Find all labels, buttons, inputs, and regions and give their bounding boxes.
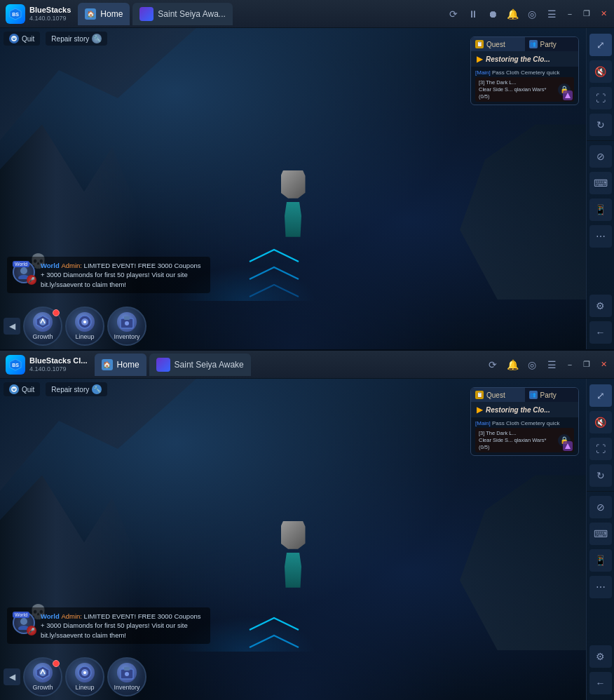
tab-home-2[interactable]: 🏠 Home (95, 354, 146, 376)
sync-btn-1[interactable]: ⟳ (447, 8, 460, 20)
tab-game-1[interactable]: Saint Seiya Awa... (132, 3, 233, 25)
quit-icon-2 (9, 384, 19, 394)
rotate-btn-1[interactable]: ↻ (589, 114, 612, 136)
quest-arrow-1: ▶ (477, 54, 483, 64)
party-tab-1[interactable]: 👥 Party (525, 37, 579, 51)
game-scene-2: 💀 (0, 379, 586, 700)
quest-tab-2[interactable]: 📋 Quest (471, 388, 525, 402)
block-btn-2[interactable]: ⊘ (589, 496, 612, 518)
svg-text:BS: BS (12, 363, 19, 368)
quest-body-1: [Main] Pass Cloth Cemetery quick [3] The… (471, 67, 578, 105)
quest-xp-2 (563, 441, 573, 451)
quit-icon-1 (9, 34, 19, 43)
action-left-btn-1[interactable]: ◀ (4, 318, 20, 335)
lineup-button-1[interactable]: Lineup (65, 307, 104, 346)
chat-area-1: 🎤 World World Admin: LIMITED EVENT! FREE… (7, 257, 210, 293)
repair-icon-2: 🔧 (92, 384, 102, 394)
minimize-btn-2[interactable]: − (565, 360, 575, 370)
hamburger-btn-1[interactable]: ☰ (545, 8, 558, 20)
bell-btn-2[interactable]: 🔔 (506, 358, 519, 371)
inventory-icon-2 (117, 663, 137, 682)
keyboard-btn-2[interactable]: ⌨ (589, 523, 612, 545)
direction-arrows-1 (246, 248, 302, 298)
title-bar-2: BS BlueStacks Cl... 4.140.0.1079 🏠 Home … (0, 351, 614, 379)
inventory-button-1[interactable]: Inventory (107, 307, 146, 346)
gear-btn-2[interactable]: ⚙ (589, 645, 612, 668)
char-body-2 (282, 553, 303, 588)
bluestacks-logo-1: BS (6, 4, 25, 24)
svg-text:BS: BS (12, 12, 19, 17)
restore-btn-2[interactable]: ❐ (582, 360, 592, 370)
svg-point-14 (125, 321, 129, 325)
growth-icon-1 (33, 312, 53, 332)
svg-marker-19 (565, 443, 571, 449)
tab-game-2[interactable]: Saint Seiya Awake (149, 354, 251, 376)
gear-btn-1[interactable]: ⚙ (589, 295, 612, 317)
fullscreen-btn-1[interactable]: ⛶ (589, 87, 612, 109)
camera-btn-2[interactable]: ◎ (526, 358, 538, 371)
phone-btn-1[interactable]: 📱 (589, 198, 612, 221)
pause-btn-1[interactable]: ⏸ (467, 8, 479, 20)
sound-btn-2[interactable]: 🔇 (589, 411, 612, 433)
top-toolbar-2: Quit Repair story 🔧 (4, 382, 107, 396)
more-btn-2[interactable]: ⋯ (589, 576, 612, 598)
svg-rect-28 (124, 667, 130, 671)
growth-button-1[interactable]: Growth (23, 307, 62, 346)
tab-group-1: 🏠 Home Saint Seiya Awa... (78, 3, 233, 25)
back-btn-1[interactable]: ← (589, 321, 612, 344)
game-viewport-2[interactable]: 💀 (0, 379, 586, 700)
game-tab-icon-1 (139, 7, 154, 21)
sound-btn-1[interactable]: 🔇 (589, 60, 612, 83)
game-scene-1: 💀 (0, 28, 586, 349)
party-tab-2[interactable]: 👥 Party (525, 388, 579, 402)
title-controls-1: ⟳ ⏸ ⏺ 🔔 ◎ ☰ − ❐ ✕ (447, 8, 608, 20)
quest-sub-1: [3] The Dark L... Clear Side S... qlaxia… (475, 77, 574, 102)
repair-story-button-1[interactable]: Repair story 🔧 (46, 32, 107, 46)
fullscreen-btn-2[interactable]: ⛶ (589, 438, 612, 460)
lineup-icon-2 (75, 663, 95, 682)
record-btn-1[interactable]: ⏺ (486, 8, 499, 20)
lineup-button-2[interactable]: Lineup (65, 657, 104, 696)
tab-home-1[interactable]: 🏠 Home (78, 3, 130, 25)
phone-btn-2[interactable]: 📱 (589, 549, 612, 572)
block-btn-1[interactable]: ⊘ (589, 145, 612, 168)
back-btn-2[interactable]: ← (589, 672, 612, 694)
quit-button-1[interactable]: Quit (4, 32, 40, 46)
game-viewport-1[interactable]: 💀 (0, 28, 586, 349)
inventory-button-2[interactable]: Inventory (107, 657, 146, 696)
mic-icon-1: 🎤 (27, 275, 36, 285)
more-btn-1[interactable]: ⋯ (589, 225, 612, 248)
svg-marker-4 (565, 93, 571, 98)
growth-notif-2 (53, 660, 60, 667)
party-icon-2: 👥 (529, 391, 538, 399)
growth-button-2[interactable]: Growth (23, 657, 62, 696)
camera-btn-1[interactable]: ◎ (526, 8, 538, 20)
expand-btn-1[interactable]: ⤢ (589, 34, 612, 56)
quest-tab-1[interactable]: 📋 Quest (471, 37, 525, 51)
chat-text-2: World Admin: LIMITED EVENT! FREE 3000 Co… (41, 612, 205, 640)
close-btn-1[interactable]: ✕ (599, 9, 608, 19)
restore-btn-1[interactable]: ❐ (582, 9, 592, 19)
char-body-1 (282, 202, 303, 237)
party-icon-1: 👥 (529, 40, 538, 48)
char-head-2 (281, 521, 306, 549)
repair-story-button-2[interactable]: Repair story 🔧 (46, 382, 107, 396)
sep-1 (587, 140, 614, 141)
direction-arrows-2 (246, 616, 302, 649)
quest-xp-1 (563, 90, 573, 100)
minimize-btn-1[interactable]: − (565, 9, 575, 19)
bell-btn-1[interactable]: 🔔 (506, 8, 519, 20)
quit-button-2[interactable]: Quit (4, 382, 40, 396)
app-title-1: BlueStacks 4.140.0.1079 (29, 6, 71, 22)
sync-btn-2[interactable]: ⟳ (486, 358, 499, 371)
hamburger-btn-2[interactable]: ☰ (545, 358, 558, 371)
expand-btn-2[interactable]: ⤢ (589, 384, 612, 407)
action-left-btn-2[interactable]: ◀ (4, 668, 20, 685)
rotate-btn-2[interactable]: ↻ (589, 464, 612, 487)
keyboard-btn-1[interactable]: ⌨ (589, 172, 612, 194)
quest-panel-2: 📋 Quest 👥 Party ▶ Restoring the Clo... (470, 387, 579, 456)
close-btn-2[interactable]: ✕ (599, 360, 608, 370)
svg-rect-13 (124, 316, 130, 320)
quest-sub-2: [3] The Dark L... Clear Side S... qlaxia… (475, 428, 574, 452)
action-bar-2: ◀ Growth (4, 657, 146, 696)
